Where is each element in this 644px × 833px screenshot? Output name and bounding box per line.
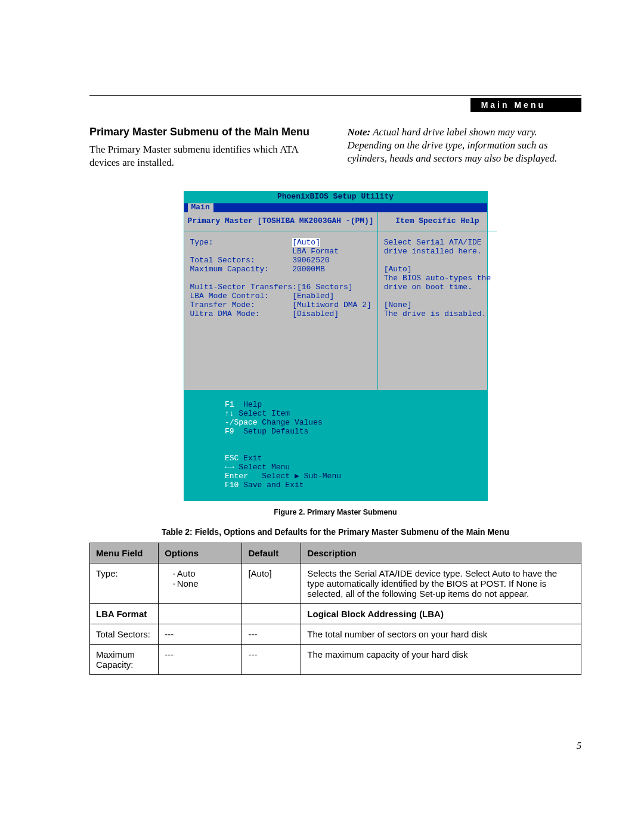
table-header-row: Menu Field Options Default Description [90, 543, 581, 563]
cell-desc: The total number of sectors on your hard… [301, 624, 581, 644]
cell-field: Type: [90, 563, 159, 603]
cell-default: --- [242, 624, 301, 644]
cell-default: --- [242, 644, 301, 674]
cell-default: [Auto] [242, 563, 301, 603]
note-label: Note: [348, 126, 371, 138]
bios-help-line [384, 256, 491, 265]
bios-footer: F1 Help ↑↓ Select Item -/Space Change Va… [184, 391, 488, 500]
list-item: Auto [173, 568, 236, 578]
bios-help-line: [Auto] [384, 265, 491, 274]
bios-right-header: Item Specific Help [378, 212, 497, 231]
cell-lba-right: Logical Block Addressing (LBA) [301, 603, 581, 624]
table-row: Total Sectors: --- --- The total number … [90, 624, 581, 644]
fields-table: Menu Field Options Default Description T… [89, 543, 581, 675]
header-tab: Main Menu [470, 98, 581, 112]
bios-help-line: [None] [384, 301, 491, 310]
figure-caption: Figure 2. Primary Master Submenu [89, 508, 581, 516]
bios-field-row: Type: [Auto] [190, 239, 371, 247]
cell-lba-left: LBA Format [90, 603, 159, 624]
table-row: Maximum Capacity: --- --- The maximum ca… [90, 644, 581, 674]
th-field: Menu Field [90, 543, 159, 563]
table-title: Table 2: Fields, Options and Defaults fo… [89, 527, 581, 537]
section-intro: The Primary Master submenu identifies wh… [89, 143, 324, 169]
bios-field-row: Ultra DMA Mode: [Disabled] [190, 310, 371, 319]
bios-field-row: LBA Mode Control: [Enabled] [190, 292, 371, 301]
section-title: Primary Master Submenu of the Main Menu [89, 126, 324, 138]
table-row: Type: Auto None [Auto] Selects the Seria… [90, 563, 581, 603]
bios-screenshot: PhoenixBIOS Setup Utility Main Primary M… [184, 191, 488, 501]
cell-lba-mid2 [242, 603, 301, 624]
bios-field-row: Maximum Capacity: 20000MB [190, 265, 371, 274]
bios-tab-main[interactable]: Main [188, 203, 213, 212]
list-item: None [173, 578, 236, 589]
th-description: Description [301, 543, 581, 563]
cell-options: --- [159, 624, 242, 644]
header-rule: Main Menu [89, 95, 581, 96]
bios-field-row: Multi-Sector Transfers:[16 Sectors] [190, 283, 371, 292]
th-options: Options [159, 543, 242, 563]
cell-options: Auto None [159, 563, 242, 603]
bios-left-pane: Primary Master [TOSHIBA MK2003GAH -(PM)]… [184, 212, 378, 390]
bios-tab-bar: Main [184, 203, 488, 212]
cell-lba-mid1 [159, 603, 242, 624]
section-note: Note: Actual hard drive label shown may … [348, 126, 582, 165]
bios-help-line: drive on boot time. [384, 283, 491, 292]
bios-help-line: The BIOS auto-types the [384, 274, 491, 283]
bios-help-line: The drive is disabled. [384, 310, 491, 319]
bios-help-line: drive installed here. [384, 247, 491, 256]
cell-desc: Selects the Serial ATA/IDE device type. … [301, 563, 581, 603]
bios-title: PhoenixBIOS Setup Utility [184, 191, 488, 203]
cell-field: Maximum Capacity: [90, 644, 159, 674]
page-number: 5 [89, 741, 581, 751]
th-default: Default [242, 543, 301, 563]
note-body: Actual hard drive label shown may vary. … [348, 126, 558, 164]
cell-desc: The maximum capacity of your hard disk [301, 644, 581, 674]
bios-field-row: LBA Format [190, 247, 371, 256]
bios-left-header: Primary Master [TOSHIBA MK2003GAH -(PM)] [184, 212, 377, 231]
bios-help-line: Select Serial ATA/IDE [384, 239, 491, 247]
bios-help-line [384, 292, 491, 301]
bios-field-row [190, 274, 371, 283]
cell-options: --- [159, 644, 242, 674]
bios-help-pane: Item Specific Help Select Serial ATA/IDE… [378, 212, 497, 390]
cell-field: Total Sectors: [90, 624, 159, 644]
bios-field-row: Transfer Mode: [Multiword DMA 2] [190, 301, 371, 310]
bios-field-row: Total Sectors: 39062520 [190, 256, 371, 265]
table-row-lba: LBA Format Logical Block Addressing (LBA… [90, 603, 581, 624]
